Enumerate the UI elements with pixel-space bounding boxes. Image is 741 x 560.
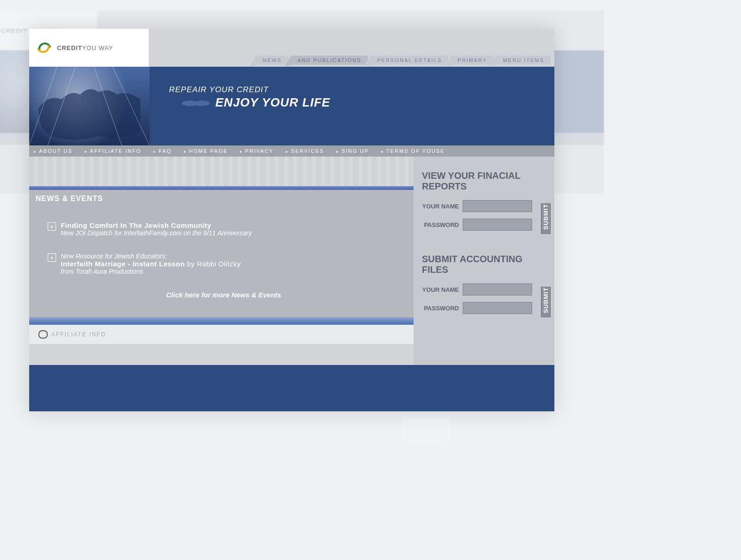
news-item-title: Interfaith Marriage - Instant Lesson by … [61,260,400,268]
password-label: PASSWORD [422,221,459,228]
affiliate-info-bar[interactable]: AFFILIATE INFO [29,325,414,344]
sidebar: VIEW YOUR FINACIAL REPORTS YOUR NAME PAS… [414,157,554,365]
divider-stripe [29,317,414,321]
site-frame: CREDITYOU WAY NEWS AND PUBLICATIONS PERS… [29,29,554,411]
news-item[interactable]: Finding Comfort In The Jewish Community … [48,221,400,237]
tab-publications[interactable]: AND PUBLICATIONS [291,56,368,65]
logo-text: CREDITYOU WAY [57,44,113,51]
main-nav: ABOUT US AFFILIATE INFO FAQ HOME PAGE PR… [29,145,554,157]
tab-primary[interactable]: PRIMARY [451,56,494,65]
nav-affiliate-info[interactable]: AFFILIATE INFO [85,148,141,154]
news-item-line: New Resource for Jewish Educators: [61,252,400,260]
hero-subtitle: REPEAIR YOUR CREDIT [169,85,554,94]
news-item[interactable]: New Resource for Jewish Educators: Inter… [48,252,400,275]
tab-news[interactable]: NEWS [256,56,288,65]
nav-faq[interactable]: FAQ [153,148,172,154]
main-column: NEWS & EVENTS Finding Comfort In The Jew… [29,157,414,365]
reports-form: YOUR NAME PASSWORD SUBMIT [422,200,551,237]
news-item-title: Finding Comfort In The Jewish Community [61,221,400,229]
reports-password-input[interactable] [463,219,532,231]
nav-privacy[interactable]: PRIVACY [240,148,274,154]
divider-stripe [29,321,414,325]
hero-world-image [29,67,150,145]
nav-terms[interactable]: TERMS OF YOUSE [381,148,445,154]
hero-text: REPEAIR YOUR CREDIT ENJOY YOUR LIFE [150,67,554,145]
hero-banner: REPEAIR YOUR CREDIT ENJOY YOUR LIFE [29,67,554,145]
footer [29,365,554,411]
nav-about-us[interactable]: ABOUT US [34,148,73,154]
accounting-name-input[interactable] [463,283,532,296]
decorative-pattern [29,157,414,186]
reports-submit-button[interactable]: SUBMIT [541,203,551,234]
top-bar: CREDITYOU WAY NEWS AND PUBLICATIONS PERS… [29,29,554,67]
content-row: NEWS & EVENTS Finding Comfort In The Jew… [29,157,554,365]
news-heading: NEWS & EVENTS [29,190,414,208]
tab-menu-items[interactable]: MENU ITEMS [496,56,551,65]
affiliate-label: AFFILIATE INFO [51,331,106,338]
accounting-form: YOUR NAME PASSWORD SUBMIT [422,283,551,321]
news-item-line: from Torah Aura Productions [61,268,400,275]
nav-home-page[interactable]: HOME PAGE [184,148,228,154]
top-tabs: NEWS AND PUBLICATIONS PERSONAL DETAILS P… [150,29,554,67]
news-more-link[interactable]: Click here for more News & Events [48,291,400,299]
tab-personal-details[interactable]: PERSONAL DETAILS [370,56,448,65]
password-label: PASSWORD [422,305,459,312]
logo-icon [38,41,51,55]
logo[interactable]: CREDITYOU WAY [29,29,150,67]
sidebar-heading-reports: VIEW YOUR FINACIAL REPORTS [422,170,551,192]
sidebar-heading-accounting: SUBMIT ACCOUNTING FILES [422,254,551,275]
accounting-password-input[interactable] [463,302,532,314]
news-body: Finding Comfort In The Jewish Community … [29,208,414,317]
mini-logo-icon [38,330,47,339]
nav-services[interactable]: SERVICES [286,148,324,154]
name-label: YOUR NAME [422,203,459,210]
name-label: YOUR NAME [422,286,459,293]
nav-sign-up[interactable]: SING UP [336,148,369,154]
divider-stripe [29,186,414,190]
world-map-icon [29,67,150,145]
news-item-line: New JOI Dispatch for InterfaithFamily.co… [61,229,400,237]
reports-name-input[interactable] [463,200,532,212]
accounting-submit-button[interactable]: SUBMIT [541,287,551,317]
hero-title: ENJOY YOUR LIFE [169,95,554,110]
